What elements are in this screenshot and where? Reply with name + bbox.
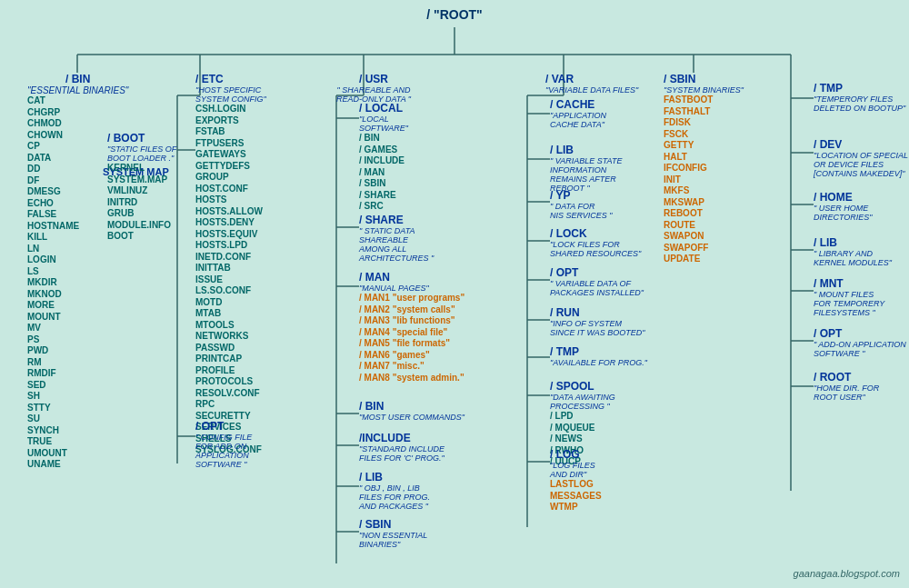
etc-opt-desc: " CONFIG FILEFOR ADD ONAPPLICATIONSOFTWA… [195, 433, 252, 469]
etc-opt-node: / OPT " CONFIG FILEFOR ADD ONAPPLICATION… [195, 420, 252, 469]
var-yp-node: / YP " DATA FORNIS SERVICES " [550, 189, 613, 220]
var-yp-desc: " DATA FORNIS SERVICES " [550, 202, 613, 220]
var-tmp-desc: "AVAILABLE FOR PROG." [550, 358, 647, 367]
sbin-node: / SBIN "SYSTEM BINARIES" FASTBOOTFASTHAL… [664, 73, 744, 265]
usr-bin-desc: "MOST USER COMMANDS" [359, 413, 464, 422]
lib-right-node: / LIB " LIBRARY ANDKERNEL MODULES" [814, 236, 892, 267]
opt-right-title: / OPT [814, 327, 906, 340]
var-lib-title: / LIB [550, 144, 622, 156]
opt-right-node: / OPT " ADD-ON APPLICATIONSOFTWARE " [814, 327, 906, 358]
usr-man-list: / MAN1 "user programs" / MAN2 "system ca… [359, 293, 464, 384]
usr-man-node: / MAN "MANUAL PAGES" / MAN1 "user progra… [359, 271, 464, 384]
var-lock-node: / LOCK "LOCK FILES FORSHARED RESOURCES" [550, 227, 641, 258]
etc-title: / ETC [195, 73, 266, 85]
root-right-node: / ROOT "HOME DIR. FORROOT USER" [814, 371, 879, 402]
var-opt-desc: " VARIABLE DATA OFPACKAGES INSTALLED" [550, 279, 644, 297]
mnt-right-desc: " MOUNT FILESFOR TEMPORERYFILESYSTEMS " [814, 290, 884, 317]
usr-bin-title: / BIN [359, 400, 464, 413]
sbin-list: FASTBOOTFASTHALTFDISKFSCK GETTYHALTIFCON… [664, 95, 744, 265]
usr-man-title: / MAN [359, 271, 464, 284]
boot-title: / BOOT [107, 132, 176, 145]
var-run-title: / RUN [550, 306, 645, 319]
var-node: / VAR "VARIABLE DATA FILES" [545, 73, 638, 95]
watermark: gaanagaa.blogspot.com [794, 568, 900, 579]
usr-include-node: /INCLUDE "STANDARD INCLUDEFILES FOR 'C' … [359, 432, 445, 463]
var-lock-desc: "LOCK FILES FORSHARED RESOURCES" [550, 240, 641, 258]
usr-local-node: / LOCAL "LOCALSOFTWARE" / BIN/ GAMES/ IN… [359, 102, 408, 213]
usr-sbin-node: / SBIN "NON ESSENTIALBINARIES" [359, 518, 427, 549]
usr-lib-desc: " OBJ , BIN , LIBFILES FOR PROG.AND PACK… [359, 483, 430, 511]
var-lib-node: / LIB " VARIABLE STATEINFORMATIONREMAINS… [550, 144, 622, 193]
usr-sbin-title: / SBIN [359, 518, 427, 531]
home-right-desc: " USER HOMEDIRECTORIES" [814, 204, 873, 222]
usr-man-desc: "MANUAL PAGES" [359, 284, 464, 293]
usr-title: / USR [336, 73, 411, 85]
opt-right-desc: " ADD-ON APPLICATIONSOFTWARE " [814, 340, 906, 358]
bin-title: / BIN [27, 73, 128, 85]
root-right-desc: "HOME DIR. FORROOT USER" [814, 384, 879, 402]
var-cache-desc: "APPLICATIONCACHE DATA" [550, 111, 606, 129]
bin-desc: "ESSENTIAL BINARIES" [27, 85, 128, 95]
usr-bin-node: / BIN "MOST USER COMMANDS" [359, 400, 464, 422]
usr-lib-title: / LIB [359, 471, 430, 483]
root-right-title: / ROOT [814, 371, 879, 384]
var-log-desc: "LOG FILESAND DIR" [550, 461, 602, 479]
lib-right-desc: " LIBRARY ANDKERNEL MODULES" [814, 249, 892, 267]
sbin-desc: "SYSTEM BINARIES" [664, 85, 744, 95]
sbin-title: / SBIN [664, 73, 744, 85]
var-lib-desc: " VARIABLE STATEINFORMATIONREMAINS AFTER… [550, 156, 622, 193]
usr-include-title: /INCLUDE [359, 432, 445, 444]
tmp-right-node: / TMP "TEMPERORY FILESDELETED ON BOOTUP" [814, 82, 905, 113]
var-run-desc: "INFO OF SYSTEMSINCE IT WAS BOOTED" [550, 319, 645, 337]
dev-right-node: / DEV "LOCATION OF SPECIALOR DEVICE FILE… [814, 138, 908, 178]
etc-desc: "HOST SPECIFICSYSTEM CONFIG" [195, 85, 266, 104]
var-title: / VAR [545, 73, 638, 85]
boot-node: / BOOT "STATIC FILES OFBOOT LOADER ." KE… [107, 132, 176, 243]
tmp-right-title: / TMP [814, 82, 905, 95]
var-log-list: LASTLOGMESSAGESWTMP [550, 479, 602, 513]
usr-share-desc: " STATIC DATASHAREABLEAMONG ALLARCHITECT… [359, 226, 434, 263]
var-log-node: / LOG "LOG FILESAND DIR" LASTLOGMESSAGES… [550, 448, 602, 513]
usr-sbin-desc: "NON ESSENTIALBINARIES" [359, 531, 427, 549]
tmp-right-desc: "TEMPERORY FILESDELETED ON BOOTUP" [814, 95, 905, 113]
lib-right-title: / LIB [814, 236, 892, 249]
usr-share-title: / SHARE [359, 214, 434, 226]
mnt-right-node: / MNT " MOUNT FILESFOR TEMPORERYFILESYST… [814, 277, 884, 317]
var-opt-title: / OPT [550, 266, 644, 279]
boot-desc: "STATIC FILES OFBOOT LOADER ." [107, 145, 176, 163]
usr-local-list: / BIN/ GAMES/ INCLUDE/ MAN / SBIN/ SHARE… [359, 133, 408, 213]
etc-list: CSH.LOGINEXPORTSFSTABFTPUSERS GATEWAYSGE… [195, 104, 266, 456]
dev-right-desc: "LOCATION OF SPECIALOR DEVICE FILES[CONT… [814, 151, 908, 178]
home-right-title: / HOME [814, 191, 873, 204]
usr-local-title: / LOCAL [359, 102, 408, 115]
var-log-title: / LOG [550, 448, 602, 461]
page: / "ROOT" SYSTEM MAP [0, 0, 909, 588]
usr-lib-node: / LIB " OBJ , BIN , LIBFILES FOR PROG.AN… [359, 471, 430, 511]
var-lock-title: / LOCK [550, 227, 641, 240]
usr-desc: " SHAREABLE ANDREAD-ONLY DATA " [336, 85, 411, 104]
var-spool-desc: "DATA AWAITINGPROCESSING " [550, 393, 615, 411]
var-cache-node: / CACHE "APPLICATIONCACHE DATA" [550, 98, 606, 129]
usr-node: / USR " SHAREABLE ANDREAD-ONLY DATA " [336, 73, 411, 104]
var-spool-title: / SPOOL [550, 380, 615, 393]
var-tmp-node: / TMP "AVAILABLE FOR PROG." [550, 345, 647, 367]
var-cache-title: / CACHE [550, 98, 606, 111]
etc-node: / ETC "HOST SPECIFICSYSTEM CONFIG" CSH.L… [195, 73, 266, 456]
mnt-right-title: / MNT [814, 277, 884, 290]
var-run-node: / RUN "INFO OF SYSTEMSINCE IT WAS BOOTED… [550, 306, 645, 337]
etc-opt-title: / OPT [195, 420, 252, 433]
usr-share-node: / SHARE " STATIC DATASHAREABLEAMONG ALLA… [359, 214, 434, 263]
home-right-node: / HOME " USER HOMEDIRECTORIES" [814, 191, 873, 222]
usr-include-desc: "STANDARD INCLUDEFILES FOR 'C' PROG." [359, 444, 445, 463]
var-desc: "VARIABLE DATA FILES" [545, 85, 638, 95]
var-yp-title: / YP [550, 189, 613, 202]
boot-list: KERNELSYSTEM.MAPVMLINUZINITRD GRUBMODULE… [107, 163, 176, 243]
var-tmp-title: / TMP [550, 345, 647, 358]
dev-right-title: / DEV [814, 138, 908, 151]
root-label: / "ROOT" [0, 7, 909, 22]
var-opt-node: / OPT " VARIABLE DATA OFPACKAGES INSTALL… [550, 266, 644, 297]
usr-local-desc: "LOCALSOFTWARE" [359, 115, 408, 133]
